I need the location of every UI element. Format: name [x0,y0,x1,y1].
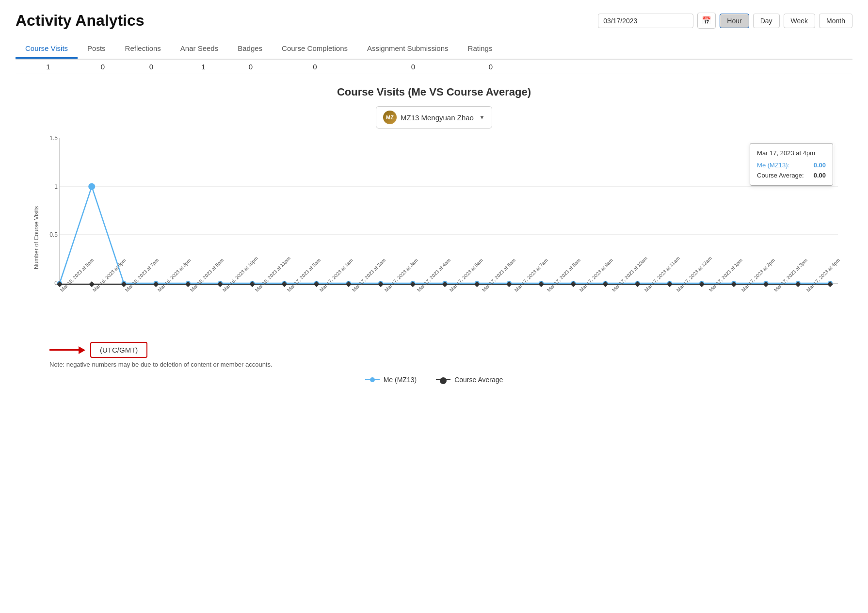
tab-anar-seeds[interactable]: Anar Seeds [171,39,228,59]
user-selector: MZ MZ13 Mengyuan Zhao ▼ [20,106,848,129]
day-button[interactable]: Day [753,14,780,28]
chevron-down-icon: ▼ [479,114,485,121]
note-text: Note: negative numbers may be due to del… [49,361,848,368]
calendar-icon: 📅 [702,16,711,25]
tab-posts[interactable]: Posts [78,39,115,59]
legend-me-label: Me (MZ13) [384,376,417,384]
tab-course-completions[interactable]: Course Completions [272,39,357,59]
legend-avg-label: Course Average [454,376,503,384]
chart-legend: Me (MZ13) Course Average [20,376,848,384]
count-course-visits: 1 [16,60,81,74]
chart-container: Number of Course Visits 0 0.5 1 1.5 Mar … [30,138,838,337]
count-course-completions: 0 [273,60,357,74]
calendar-button[interactable]: 📅 [697,13,716,29]
page-title: Activity Analytics [16,12,145,30]
tab-course-visits[interactable]: Course Visits [16,39,78,59]
utc-label: (UTC/GMT) [100,346,138,354]
count-anar-seeds: 1 [178,60,229,74]
legend-me: Me (MZ13) [365,376,417,384]
week-button[interactable]: Week [784,14,816,28]
chart-title: Course Visits (Me VS Course Average) [20,86,848,98]
count-ratings: 0 [469,60,513,74]
month-button[interactable]: Month [819,14,852,28]
count-reflections: 0 [125,60,178,74]
utc-box: (UTC/GMT) [90,342,147,358]
arrow-head-icon [79,346,85,354]
header-controls: 📅 Hour Day Week Month [598,13,852,29]
count-badges: 0 [229,60,273,74]
utc-area: (UTC/GMT) [49,342,848,358]
legend-avg: Course Average [436,376,503,384]
tab-ratings[interactable]: Ratings [458,39,502,59]
y-axis-label: Number of Course Visits [33,206,40,269]
tab-reflections[interactable]: Reflections [115,39,171,59]
tab-counts-row: 1 0 0 1 0 0 0 0 [16,60,852,74]
legend-me-line [365,379,380,380]
user-dropdown[interactable]: MZ MZ13 Mengyuan Zhao ▼ [376,106,492,129]
red-arrow [49,346,85,354]
count-assignment-submissions: 0 [357,60,469,74]
hour-button[interactable]: Hour [720,14,749,28]
x-axis-labels: Mar 16, 2023 at 5pm Mar 16, 2023 at 6pm … [59,284,838,337]
arrow-line [49,349,79,351]
tab-assignment-submissions[interactable]: Assignment Submissions [357,39,458,59]
svg-point-1 [88,183,95,190]
user-name: MZ13 Mengyuan Zhao [401,113,474,122]
count-posts: 0 [81,60,125,74]
tab-badges[interactable]: Badges [228,39,272,59]
date-input[interactable] [598,14,693,28]
legend-avg-line [436,379,450,380]
avatar: MZ [383,111,397,124]
tabs-nav: Course Visits Posts Reflections Anar See… [16,39,852,60]
